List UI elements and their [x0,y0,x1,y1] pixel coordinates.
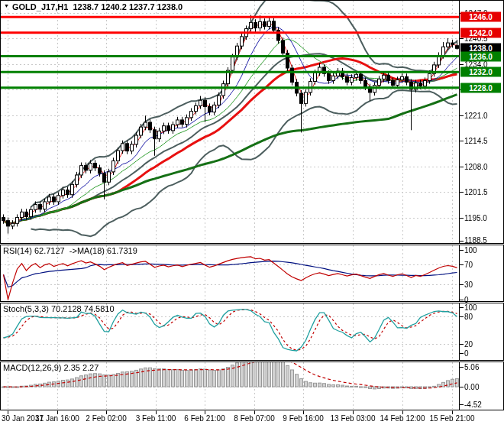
macd-axis-label: -4.52 [464,400,502,409]
price-level-badge: 1232.0 [460,67,501,77]
rsi-indicator-label: RSI(14) 62.7127 ->MA(18) 61.7319 [3,246,137,255]
price-tick-label: 1188.5 [464,236,502,245]
stoch-axis-label: 0 [464,349,502,358]
time-axis-label: 3 Feb 11:00 [136,414,176,423]
stoch-axis-label: 80 [464,313,502,321]
macd-indicator-label: MACD(12,26,9) 2.35 2.27 [3,363,99,372]
time-axis-label: 8 Feb 07:00 [234,414,274,423]
chart-title-ohlc: GOLD_J17,H1 1238.7 1240.2 1237.7 1238.0 [12,2,183,11]
time-axis-label: 13 Feb 03:00 [331,414,376,423]
price-tick-label: 1208.0 [464,162,502,170]
macd-axis-label: 0.00 [464,383,502,391]
rsi-axis-label: 100 [464,245,502,254]
price-level-badge: 1242.0 [460,28,501,37]
time-axis-label: 15 Feb 21:00 [430,414,475,423]
chart-menu-arrow-icon[interactable]: ▼ [4,3,9,8]
price-level-badge: 1246.0 [460,12,501,22]
time-axis-label: 31 Jan 16:00 [35,414,79,423]
stoch-axis-label: 100 [464,303,502,312]
macd-axis-label: 5.06 [464,363,502,371]
price-tick-label: 1221.0 [464,111,502,119]
time-axis-label: 2 Feb 02:00 [86,414,126,423]
stoch-axis-label: 20 [464,340,502,349]
time-axis-label: 14 Feb 12:00 [380,414,425,423]
rsi-axis-label: 70 [464,261,502,269]
stoch-indicator-label: Stoch(5,3,3) 70.2128 74.5810 [3,304,115,313]
price-level-badge: 1228.0 [460,83,501,92]
rsi-axis-label: 30 [464,280,502,289]
price-level-badge: 1236.0 [460,51,501,61]
price-tick-label: 1214.5 [464,137,502,145]
time-axis-label: 9 Feb 16:00 [283,414,323,423]
price-tick-label: 1195.0 [464,213,502,222]
trading-chart-window: ▼ GOLD_J17,H1 1238.7 1240.2 1237.7 1238.… [0,0,504,428]
price-tick-label: 1201.5 [464,188,502,196]
time-axis-label: 6 Feb 21:00 [184,414,225,423]
